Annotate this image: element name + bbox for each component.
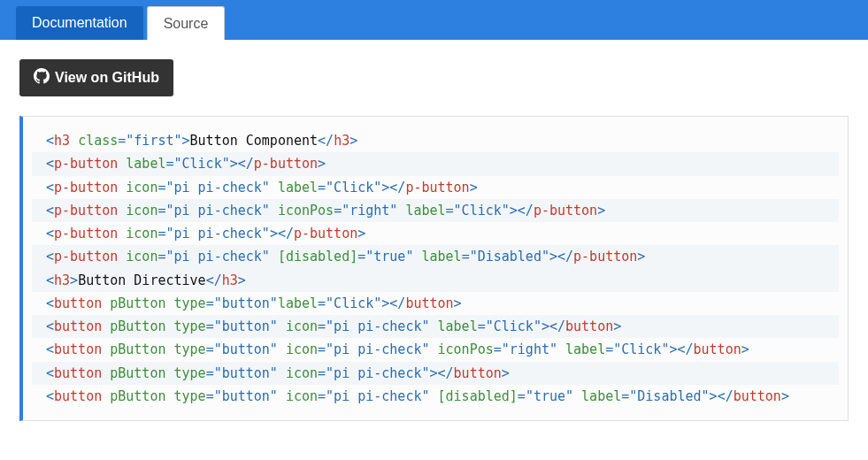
- tab-documentation[interactable]: Documentation: [16, 6, 143, 40]
- view-on-github-button[interactable]: View on GitHub: [19, 59, 173, 96]
- code-line: <p-button icon="pi pi-check" iconPos="ri…: [32, 199, 839, 222]
- code-line: <p-button label="Click"></p-button>: [32, 152, 839, 175]
- code-line: <button pButton type="button" icon="pi p…: [32, 385, 839, 408]
- code-line: <p-button icon="pi pi-check"></p-button>: [32, 222, 839, 245]
- tab-source[interactable]: Source: [147, 6, 226, 40]
- content-area: View on GitHub <h3 class="first">Button …: [0, 40, 868, 441]
- code-line: <p-button icon="pi pi-check" label="Clic…: [32, 176, 839, 199]
- code-line: <button pButton type="button" icon="pi p…: [32, 362, 839, 385]
- code-line: <h3>Button Directive</h3>: [32, 269, 839, 292]
- code-line: <button pButton type="button" icon="pi p…: [32, 338, 839, 361]
- code-line: <button pButton type="button"label="Clic…: [32, 292, 839, 315]
- code-block: <h3 class="first">Button Component</h3><…: [19, 116, 849, 421]
- github-icon: [34, 68, 50, 88]
- code-line: <h3 class="first">Button Component</h3>: [32, 129, 839, 152]
- code-line: <button pButton type="button" icon="pi p…: [32, 315, 839, 338]
- tab-bar: Documentation Source: [0, 0, 868, 40]
- code-line: <p-button icon="pi pi-check" [disabled]=…: [32, 245, 839, 268]
- github-button-label: View on GitHub: [55, 70, 159, 86]
